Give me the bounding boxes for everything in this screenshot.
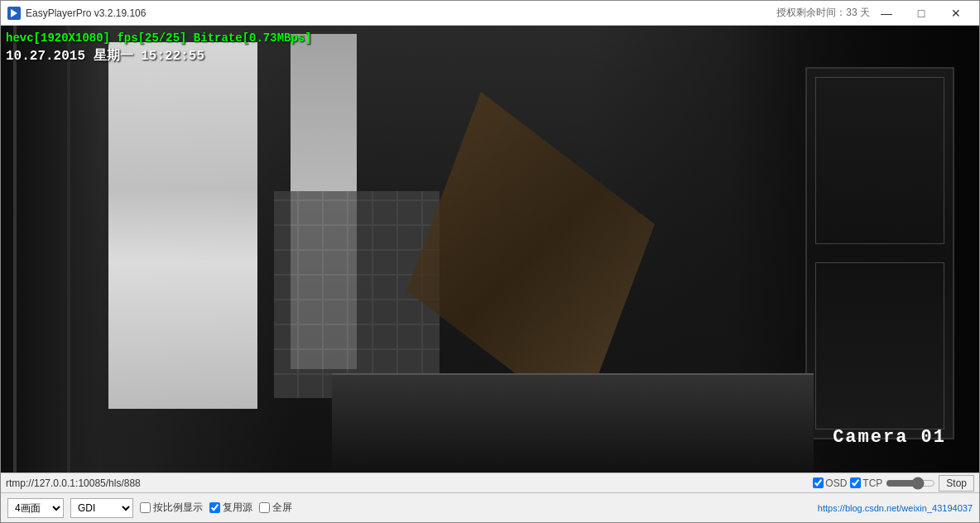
video-area: hevc[1920X1080] fps[25/25] Bitrate[0.73M… [1, 26, 979, 473]
license-text: 授权剩余时间：33 天 [776, 6, 870, 20]
statusbar-right: OSD TCP Stop [813, 475, 974, 492]
reuse-checkbox[interactable] [209, 502, 220, 513]
aspect-ratio-label: 按比例显示 [153, 501, 203, 515]
tcp-label: TCP [862, 477, 882, 489]
equipment-bottom [332, 373, 814, 473]
osd-datetime: 10.27.2015 星期一 15:22:55 [6, 47, 312, 65]
app-window: EasyPlayerPro v3.2.19.106 授权剩余时间：33 天 — … [0, 0, 980, 523]
csdn-link[interactable]: https://blog.csdn.net/weixin_43194037 [818, 503, 973, 513]
aspect-ratio-group: 按比例显示 [140, 501, 203, 515]
close-button[interactable]: ✕ [939, 1, 973, 26]
statusbar: rtmp://127.0.0.1:10085/hls/888 OSD TCP S… [1, 473, 979, 492]
stop-button[interactable]: Stop [939, 475, 974, 492]
app-icon [7, 7, 21, 20]
titlebar: EasyPlayerPro v3.2.19.106 授权剩余时间：33 天 — … [1, 1, 979, 26]
bright-window [108, 42, 257, 409]
cabinet-panel [805, 67, 954, 439]
render-mode-select[interactable]: GDI D3D OpenGL [70, 498, 133, 518]
view-mode-select[interactable]: 4画面 1画面 9画面 16画面 [7, 498, 64, 518]
window-controls: — □ ✕ [870, 1, 973, 26]
shelf-left [1, 26, 100, 473]
codec-info: hevc[1920X1080] fps[25/25] Bitrate[0.73M… [6, 31, 312, 47]
reuse-group: 复用源 [209, 501, 252, 515]
fullscreen-label: 全屏 [272, 501, 292, 515]
minimize-button[interactable]: — [870, 1, 903, 26]
maximize-button[interactable]: □ [905, 1, 938, 26]
tcp-checkbox[interactable] [850, 477, 861, 488]
tcp-group: TCP [850, 477, 882, 489]
fullscreen-checkbox[interactable] [259, 502, 270, 513]
osd-group: OSD [813, 477, 847, 489]
osd-label: OSD [825, 477, 847, 489]
toolbar: 4画面 1画面 9画面 16画面 GDI D3D OpenGL 按比例显示 复用… [1, 492, 979, 522]
aspect-ratio-checkbox[interactable] [140, 502, 151, 513]
app-title: EasyPlayerPro v3.2.19.106 [26, 7, 766, 19]
volume-slider[interactable] [886, 477, 935, 489]
osd-info: hevc[1920X1080] fps[25/25] Bitrate[0.73M… [6, 31, 312, 65]
camera-label: Camera 01 [833, 427, 946, 448]
fullscreen-group: 全屏 [259, 501, 292, 515]
osd-checkbox[interactable] [813, 477, 824, 488]
reuse-label: 复用源 [223, 501, 252, 515]
stream-url: rtmp://127.0.0.1:10085/hls/888 [6, 477, 813, 489]
video-canvas: hevc[1920X1080] fps[25/25] Bitrate[0.73M… [1, 26, 979, 473]
